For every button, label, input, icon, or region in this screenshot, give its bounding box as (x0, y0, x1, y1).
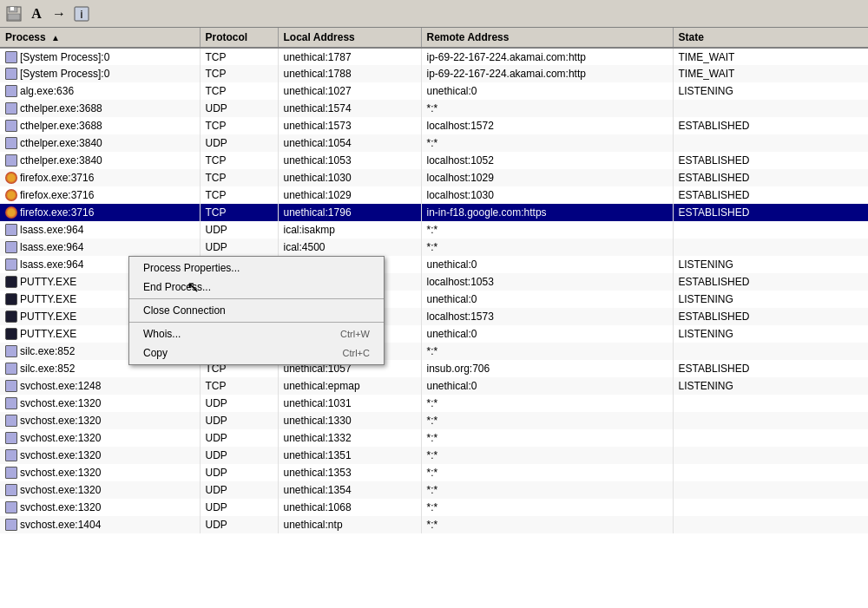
table-row[interactable]: svchost.exe:1320UDPunethical:1031*:* (0, 395, 868, 412)
local-address-cell: unethical:1068 (278, 499, 421, 516)
remote-address-cell: *:* (421, 464, 673, 481)
state-cell: ESTABLISHED (673, 360, 868, 377)
arrow-icon[interactable]: → (49, 4, 69, 23)
protocol-cell: UDP (200, 429, 278, 447)
col-header-local[interactable]: Local Address (278, 28, 421, 48)
state-cell: LISTENING (673, 291, 868, 308)
process-cell: alg.exe:636 (0, 82, 200, 100)
table-row[interactable]: svchost.exe:1404UDPunethical:ntp*:* (0, 516, 868, 533)
local-address-cell: unethical:1029 (278, 186, 421, 204)
menu-item-label: End Process... (143, 281, 211, 293)
protocol-cell: UDP (200, 221, 278, 239)
state-cell (673, 395, 868, 412)
table-row[interactable]: cthelper.exe:3840TCPunethical:1053localh… (0, 152, 868, 169)
local-address-cell: ical:isakmp (278, 221, 421, 239)
protocol-cell: TCP (200, 377, 278, 395)
local-address-cell: unethical:1574 (278, 100, 421, 117)
local-address-cell: unethical:1354 (278, 481, 421, 499)
svg-rect-3 (8, 14, 20, 20)
menu-separator (129, 298, 384, 299)
col-header-process[interactable]: Process ▲ (0, 28, 200, 48)
table-row[interactable]: firefox.exe:3716TCPunethical:1030localho… (0, 169, 868, 186)
table-row[interactable]: firefox.exe:3716TCPunethical:1029localho… (0, 186, 868, 204)
state-cell: LISTENING (673, 377, 868, 395)
process-cell: svchost.exe:1320 (0, 412, 200, 429)
table-row[interactable]: firefox.exe:3716TCPunethical:1796in-in-f… (0, 204, 868, 221)
remote-address-cell: *:* (421, 100, 673, 117)
local-address-cell: unethical:1573 (278, 117, 421, 134)
protocol-cell: UDP (200, 100, 278, 117)
menu-item[interactable]: Process Properties... (129, 258, 384, 278)
process-cell: lsass.exe:964 (0, 239, 200, 256)
monitor-icon (5, 102, 17, 114)
table-row[interactable]: lsass.exe:964UDPical:4500*:* (0, 239, 868, 256)
protocol-cell: TCP (200, 186, 278, 204)
monitor-icon (5, 137, 17, 149)
col-header-state[interactable]: State (673, 28, 868, 48)
state-cell: TIME_WAIT (673, 48, 868, 65)
table-row[interactable]: [System Process]:0TCPunethical:1788ip-69… (0, 65, 868, 82)
process-cell: cthelper.exe:3840 (0, 152, 200, 169)
table-row[interactable]: svchost.exe:1320UDPunethical:1354*:* (0, 481, 868, 499)
local-address-cell: unethical:1351 (278, 447, 421, 464)
table-row[interactable]: svchost.exe:1320UDPunethical:1068*:* (0, 499, 868, 516)
remote-address-cell: unethical:0 (421, 256, 673, 273)
process-cell: svchost.exe:1248 (0, 377, 200, 395)
remote-address-cell: *:* (421, 239, 673, 256)
state-cell (673, 100, 868, 117)
local-address-cell: unethical:1030 (278, 169, 421, 186)
remote-address-cell: in-in-f18.google.com:https (421, 204, 673, 221)
state-cell (673, 481, 868, 499)
menu-item[interactable]: Whois...Ctrl+W (129, 324, 384, 343)
monitor-icon (5, 68, 17, 80)
table-row[interactable]: svchost.exe:1320UDPunethical:1351*:* (0, 447, 868, 464)
table-row[interactable]: svchost.exe:1320UDPunethical:1330*:* (0, 412, 868, 429)
menu-item[interactable]: Close Connection (129, 301, 384, 320)
firefox-icon (5, 206, 17, 219)
table-row[interactable]: svchost.exe:1248TCPunethical:epmapunethi… (0, 377, 868, 395)
menu-item[interactable]: CopyCtrl+C (129, 343, 384, 363)
table-row[interactable]: lsass.exe:964UDPical:isakmp*:* (0, 221, 868, 239)
table-row[interactable]: svchost.exe:1320UDPunethical:1332*:* (0, 429, 868, 447)
state-cell (673, 499, 868, 516)
remote-address-cell: *:* (421, 481, 673, 499)
monitor-icon (5, 467, 17, 479)
col-header-remote[interactable]: Remote Address (421, 28, 673, 48)
local-address-cell: ical:4500 (278, 239, 421, 256)
state-cell: LISTENING (673, 256, 868, 273)
info-icon[interactable]: i (72, 4, 91, 23)
process-cell: cthelper.exe:3688 (0, 117, 200, 134)
font-icon[interactable]: A (27, 4, 46, 23)
table-row[interactable]: [System Process]:0TCPunethical:1787ip-69… (0, 48, 868, 65)
process-cell: svchost.exe:1320 (0, 499, 200, 516)
table-row[interactable]: cthelper.exe:3840UDPunethical:1054*:* (0, 134, 868, 152)
save-icon[interactable] (4, 4, 23, 23)
remote-address-cell: *:* (421, 412, 673, 429)
remote-address-cell: localhost:1573 (421, 308, 673, 325)
state-cell: ESTABLISHED (673, 117, 868, 134)
monitor-icon (5, 380, 17, 392)
protocol-cell: TCP (200, 48, 278, 65)
local-address-cell: unethical:1353 (278, 464, 421, 481)
local-address-cell: unethical:1027 (278, 82, 421, 100)
local-address-cell: unethical:1053 (278, 152, 421, 169)
col-header-protocol[interactable]: Protocol (200, 28, 278, 48)
protocol-cell: TCP (200, 169, 278, 186)
local-address-cell: unethical:1332 (278, 429, 421, 447)
process-cell: cthelper.exe:3840 (0, 134, 200, 152)
local-address-cell: unethical:1054 (278, 134, 421, 152)
monitor-icon (5, 484, 17, 496)
table-row[interactable]: alg.exe:636TCPunethical:1027unethical:0L… (0, 82, 868, 100)
menu-item[interactable]: End Process... (129, 278, 384, 297)
state-cell: ESTABLISHED (673, 152, 868, 169)
local-address-cell: unethical:ntp (278, 516, 421, 533)
remote-address-cell: unethical:0 (421, 377, 673, 395)
table-row[interactable]: cthelper.exe:3688TCPunethical:1573localh… (0, 117, 868, 134)
table-row[interactable]: cthelper.exe:3688UDPunethical:1574*:* (0, 100, 868, 117)
state-cell (673, 221, 868, 239)
table-row[interactable]: svchost.exe:1320UDPunethical:1353*:* (0, 464, 868, 481)
state-cell: ESTABLISHED (673, 204, 868, 221)
svg-rect-2 (10, 7, 14, 10)
monitor-icon (5, 449, 17, 461)
protocol-cell: UDP (200, 412, 278, 429)
